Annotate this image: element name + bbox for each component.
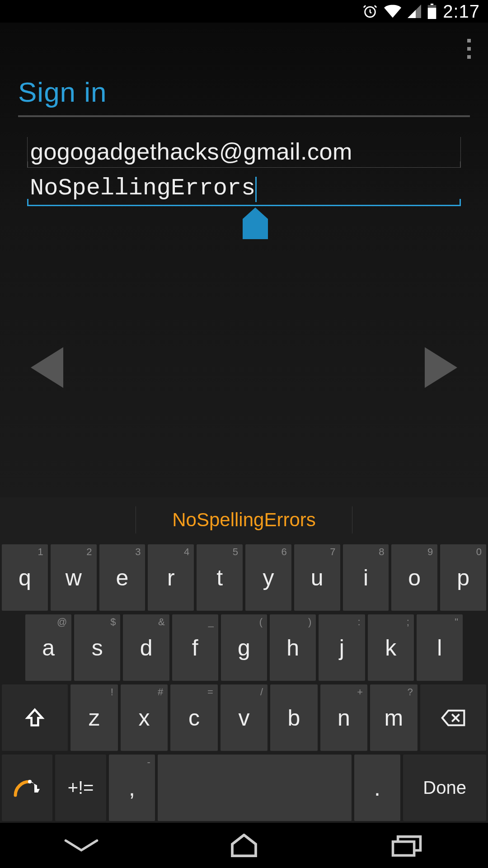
- suggestion-divider: [352, 506, 352, 533]
- svg-rect-1: [431, 4, 433, 5]
- key-g[interactable]: (g: [221, 614, 267, 681]
- backspace-key[interactable]: [420, 684, 486, 751]
- svg-point-4: [28, 780, 32, 783]
- key-l[interactable]: "l: [417, 614, 463, 681]
- key-b[interactable]: b: [270, 684, 317, 751]
- key-a[interactable]: @a: [25, 614, 71, 681]
- comma-key[interactable]: - ,: [109, 755, 155, 821]
- battery-icon: [427, 4, 436, 19]
- text-caret: [255, 177, 257, 202]
- suggestion-divider: [136, 506, 136, 533]
- key-h[interactable]: )h: [270, 614, 316, 681]
- next-arrow-button[interactable]: [425, 347, 457, 390]
- key-p[interactable]: 0p: [440, 544, 486, 611]
- back-button[interactable]: [41, 832, 122, 859]
- key-e[interactable]: 3e: [99, 544, 145, 611]
- key-f[interactable]: _f: [172, 614, 218, 681]
- shift-key[interactable]: [2, 684, 68, 751]
- key-z[interactable]: !z: [70, 684, 117, 751]
- symbols-key[interactable]: +!=: [55, 755, 106, 821]
- status-bar: 2:17: [0, 0, 488, 23]
- svg-rect-3: [428, 8, 436, 19]
- prev-arrow-button[interactable]: [31, 347, 63, 390]
- alarm-icon: [362, 4, 378, 19]
- svg-rect-5: [393, 842, 414, 855]
- wifi-icon: [384, 5, 401, 18]
- space-key[interactable]: [158, 755, 352, 821]
- key-k[interactable]: ;k: [368, 614, 414, 681]
- password-field-wrap: [27, 175, 461, 206]
- signin-form: gogogadgethacks@gmail.com: [18, 137, 470, 206]
- period-key[interactable]: .: [354, 755, 400, 821]
- key-v[interactable]: /v: [221, 684, 267, 751]
- system-navbar: [0, 823, 488, 868]
- key-i[interactable]: 8i: [343, 544, 389, 611]
- key-u[interactable]: 7u: [294, 544, 340, 611]
- key-j[interactable]: :j: [319, 614, 365, 681]
- swype-key[interactable]: [2, 755, 52, 821]
- suggestion-item[interactable]: NoSpellingErrors: [172, 509, 315, 531]
- key-r[interactable]: 4r: [148, 544, 194, 611]
- key-s[interactable]: $s: [74, 614, 120, 681]
- email-field[interactable]: gogogadgethacks@gmail.com: [27, 137, 461, 168]
- suggestion-bar: NoSpellingErrors: [0, 497, 488, 542]
- field-underline: [27, 205, 461, 206]
- home-button[interactable]: [203, 832, 285, 859]
- page-title: Sign in: [18, 23, 470, 108]
- key-w[interactable]: 2w: [51, 544, 97, 611]
- key-t[interactable]: 5t: [197, 544, 243, 611]
- key-x[interactable]: #x: [121, 684, 168, 751]
- key-q[interactable]: 1q: [2, 544, 48, 611]
- cell-signal-icon: [408, 5, 421, 18]
- key-d[interactable]: &d: [123, 614, 169, 681]
- keyboard: NoSpellingErrors 1q2w3e4r5t6y7u8i9o0p @a…: [0, 497, 488, 823]
- overflow-menu-button[interactable]: [460, 35, 478, 62]
- key-c[interactable]: =c: [170, 684, 217, 751]
- password-field[interactable]: [27, 175, 461, 206]
- recents-button[interactable]: [366, 832, 447, 859]
- key-o[interactable]: 9o: [391, 544, 437, 611]
- app-content: Sign in gogogadgethacks@gmail.com: [0, 23, 488, 497]
- cursor-handle[interactable]: [243, 208, 268, 239]
- done-key[interactable]: Done: [403, 755, 486, 821]
- status-clock: 2:17: [443, 1, 480, 22]
- key-n[interactable]: +n: [320, 684, 367, 751]
- title-divider: [18, 115, 470, 117]
- key-m[interactable]: ?m: [370, 684, 417, 751]
- key-y[interactable]: 6y: [245, 544, 291, 611]
